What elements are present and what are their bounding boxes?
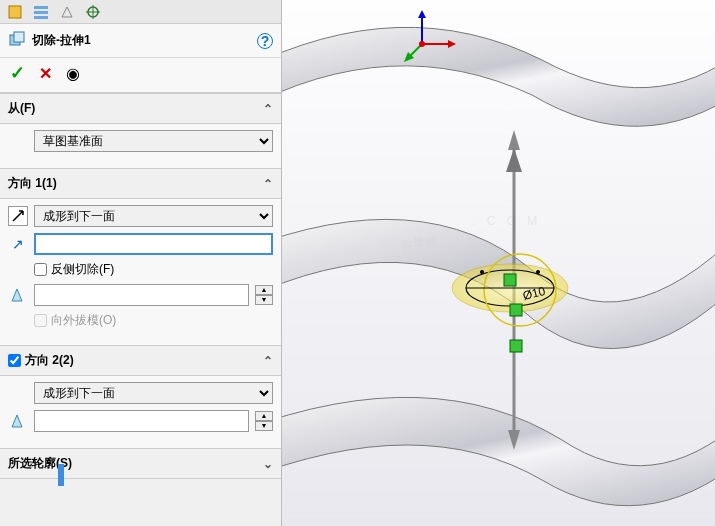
view-triad-icon [402, 10, 456, 64]
dir1-draft-spinner[interactable]: ▲ ▼ [255, 285, 273, 305]
svg-rect-21 [504, 274, 516, 286]
dir2-enable-check[interactable] [8, 354, 21, 367]
svg-marker-27 [418, 10, 426, 18]
help-button[interactable]: ? [257, 33, 273, 49]
chevron-down-icon: ⌄ [263, 457, 273, 471]
svg-marker-11 [508, 130, 520, 150]
svg-rect-0 [9, 6, 21, 18]
svg-point-20 [536, 270, 540, 274]
section-header-dir1[interactable]: 方向 1(1) ⌃ [0, 168, 281, 199]
selection-highlight [58, 464, 64, 486]
dir2-endcondition-select[interactable]: 成形到下一面 [34, 382, 273, 404]
svg-point-30 [419, 41, 425, 47]
feature-title: 切除-拉伸1 [32, 32, 251, 49]
dir1-endcondition-select[interactable]: 成形到下一面 [34, 205, 273, 227]
section-label-from: 从(F) [8, 100, 263, 117]
flip-side-check[interactable] [34, 263, 47, 276]
svg-rect-1 [34, 6, 48, 9]
draft2-icon[interactable] [8, 411, 28, 431]
tab-list-icon[interactable] [32, 3, 50, 21]
reverse-direction-button[interactable] [8, 206, 28, 226]
svg-rect-23 [510, 340, 522, 352]
ok-button[interactable]: ✓ [10, 62, 25, 84]
cancel-button[interactable]: ✕ [39, 64, 52, 83]
cut-extrude-icon [8, 30, 26, 51]
draft-icon[interactable] [8, 285, 28, 305]
svg-rect-8 [14, 32, 24, 42]
dir2-draft-spinner[interactable]: ▲ ▼ [255, 411, 273, 431]
graphics-viewport[interactable]: 自学网 . C O M Ø10 [282, 0, 715, 526]
action-bar: ✓ ✕ ◉ [0, 58, 281, 93]
svg-text:. C O M: . C O M [472, 214, 541, 228]
draft-outward-checkbox: 向外拔模(O) [34, 312, 116, 329]
spin-down[interactable]: ▼ [255, 295, 273, 305]
dir2-enable-checkbox[interactable]: 方向 2(2) [8, 352, 263, 369]
preview-toggle[interactable]: ◉ [66, 64, 80, 83]
tab-display-icon[interactable] [84, 3, 102, 21]
dir1-draft-input[interactable] [34, 284, 249, 306]
section-header-contours[interactable]: 所选轮廓(S) ⌄ [0, 448, 281, 479]
tab-config-icon[interactable] [58, 3, 76, 21]
direction-arrow-icon[interactable]: ↗ [8, 234, 28, 254]
dir2-draft-input[interactable] [34, 410, 249, 432]
flip-side-checkbox[interactable]: 反侧切除(F) [34, 261, 114, 278]
spin-down[interactable]: ▼ [255, 421, 273, 431]
chevron-up-icon: ⌃ [263, 354, 273, 368]
property-panel: 切除-拉伸1 ? ✓ ✕ ◉ 从(F) ⌃ 草图基准面 方向 1(1) ⌃ 成形… [0, 0, 282, 526]
section-label-dir2: 方向 2(2) [25, 352, 74, 369]
chevron-up-icon: ⌃ [263, 177, 273, 191]
svg-rect-2 [34, 11, 48, 14]
section-body-dir1: 成形到下一面 ↗ 反侧切除(F) ▲ ▼ [0, 199, 281, 345]
panel-tabbar [0, 0, 281, 24]
svg-rect-22 [510, 304, 522, 316]
svg-marker-25 [448, 40, 456, 48]
feature-titlebar: 切除-拉伸1 ? [0, 24, 281, 58]
tab-feature-icon[interactable] [6, 3, 24, 21]
section-body-from: 草图基准面 [0, 124, 281, 168]
section-label-dir1: 方向 1(1) [8, 175, 263, 192]
svg-marker-13 [506, 148, 522, 172]
svg-point-19 [480, 270, 484, 274]
section-header-dir2[interactable]: 方向 2(2) ⌃ [0, 345, 281, 376]
draft-outward-label: 向外拔模(O) [51, 312, 116, 329]
draft-outward-check [34, 314, 47, 327]
from-plane-select[interactable]: 草图基准面 [34, 130, 273, 152]
spin-up[interactable]: ▲ [255, 411, 273, 421]
svg-rect-3 [34, 16, 48, 19]
dir1-face-input[interactable] [34, 233, 273, 255]
model-geometry: 自学网 . C O M Ø10 [282, 0, 715, 526]
section-label-contours: 所选轮廓(S) [8, 455, 263, 472]
flip-side-label: 反侧切除(F) [51, 261, 114, 278]
spin-up[interactable]: ▲ [255, 285, 273, 295]
section-body-dir2: 成形到下一面 ▲ ▼ [0, 376, 281, 448]
section-header-from[interactable]: 从(F) ⌃ [0, 93, 281, 124]
chevron-up-icon: ⌃ [263, 102, 273, 116]
